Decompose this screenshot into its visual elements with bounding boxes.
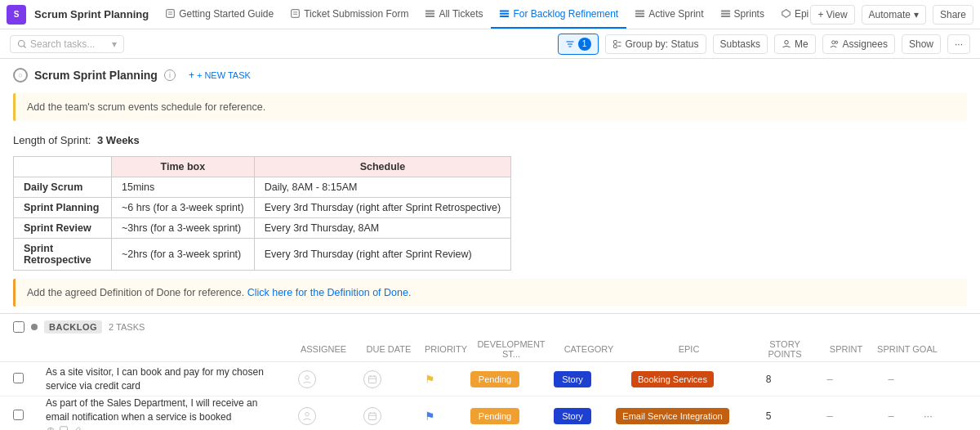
- svg-point-30: [831, 40, 835, 43]
- task-epic[interactable]: Email Service Integration: [609, 408, 736, 424]
- tab-label: Ticket Submission Form: [304, 8, 408, 20]
- row-name: Sprint Planning: [14, 198, 112, 218]
- svg-rect-33: [369, 376, 376, 383]
- column-headers: ASSIGNEE DUE DATE PRIORITY DEVELOPMENT S…: [0, 337, 980, 362]
- schedule-table: Time box Schedule Daily Scrum 15mins Dai…: [13, 156, 511, 271]
- sprint-length-label: Length of Sprint: 3 Weeks: [0, 126, 980, 151]
- backlog-tag: BACKLOG: [44, 320, 102, 334]
- tab-sprints[interactable]: Sprints: [712, 0, 773, 29]
- priority-flag-blue-icon: ⚑: [425, 410, 435, 423]
- group-icon: [612, 39, 622, 49]
- assignees-button[interactable]: Assignees: [822, 34, 895, 54]
- svg-marker-18: [782, 10, 791, 18]
- search-input[interactable]: Search tasks... ▾: [10, 35, 124, 53]
- task-epic[interactable]: Booking Services: [609, 371, 736, 387]
- task-checkbox[interactable]: [13, 410, 24, 420]
- svg-rect-15: [720, 10, 729, 11]
- search-icon: [17, 39, 27, 49]
- filter-count-badge: 1: [578, 38, 591, 51]
- task-checkbox-wrapper: [13, 410, 33, 423]
- svg-point-20: [19, 40, 25, 47]
- svg-rect-6: [425, 10, 434, 11]
- definition-of-done-link[interactable]: Click here for the Definition of Done.: [247, 287, 412, 298]
- col-header-sprintgoal: SPRINT GOAL: [875, 344, 940, 354]
- col-header-category: CATEGORY: [552, 344, 626, 354]
- more-options-button[interactable]: ···: [947, 34, 970, 54]
- tab-icon: [165, 8, 176, 19]
- task-sprint-goal: –: [858, 373, 924, 385]
- row-timebox: 15mins: [112, 177, 255, 198]
- row-timebox: ~2hrs (for a 3-week sprint): [112, 239, 255, 271]
- toolbar: Search tasks... ▾ 1 Group by: Status Sub…: [0, 29, 980, 59]
- tab-ticket-submission[interactable]: Ticket Submission Form: [282, 0, 416, 29]
- show-button[interactable]: Show: [902, 34, 941, 54]
- assignee-icon[interactable]: [298, 370, 316, 388]
- tab-icon: [781, 8, 791, 19]
- task-dev-status[interactable]: Pending: [454, 371, 536, 387]
- svg-rect-9: [500, 10, 509, 11]
- tab-active-sprint[interactable]: Active Sprint: [626, 0, 711, 29]
- svg-line-21: [24, 46, 25, 47]
- row-name: Daily Scrum: [14, 177, 112, 198]
- task-checkbox-wrapper: [13, 373, 33, 386]
- nav-tabs: Getting Started Guide Ticket Submission …: [157, 0, 808, 29]
- edit-icon[interactable]: [72, 426, 82, 430]
- tab-epics[interactable]: Epics: [773, 0, 809, 29]
- filter-button[interactable]: 1: [558, 34, 599, 55]
- task-story-points: 5: [736, 410, 801, 422]
- task-count: 2 TASKS: [109, 322, 145, 332]
- task-row: As a site visitor, I can book and pay fo…: [0, 362, 980, 396]
- category-badge: Story: [554, 408, 591, 424]
- tab-icon: [635, 8, 645, 19]
- chevron-down-icon: ▾: [112, 38, 117, 50]
- chevron-down-icon: ▾: [914, 9, 919, 20]
- subtasks-button[interactable]: Subtasks: [713, 34, 768, 54]
- add-view-button[interactable]: + View: [810, 5, 854, 25]
- toolbar-right: 1 Group by: Status Subtasks Me Assignees…: [558, 34, 971, 55]
- priority-flag-icon: ⚑: [425, 373, 435, 386]
- task-priority: ⚑: [405, 410, 454, 423]
- task-duedate: [340, 370, 405, 388]
- row-schedule: Every 3rd Thursday (right after Sprint R…: [254, 198, 510, 218]
- table-header-schedule: Schedule: [254, 157, 510, 177]
- svg-rect-14: [635, 16, 644, 17]
- task-category[interactable]: Story: [536, 408, 609, 424]
- col-header-priority: PRIORITY: [421, 344, 470, 354]
- tab-for-backlog[interactable]: For Backlog Refinement: [491, 0, 626, 29]
- svg-rect-26: [613, 44, 617, 47]
- svg-point-29: [785, 40, 789, 44]
- backlog-checkbox[interactable]: [13, 321, 24, 333]
- task-duedate: [340, 407, 405, 425]
- me-button[interactable]: Me: [774, 34, 816, 54]
- task-text: As a site visitor, I can book and pay fo…: [46, 365, 274, 393]
- people-icon: [830, 39, 840, 49]
- svg-rect-8: [425, 16, 434, 17]
- task-row: As part of the Sales Department, I will …: [0, 396, 980, 430]
- calendar-icon[interactable]: [363, 407, 381, 425]
- new-task-button[interactable]: + + NEW TASK: [182, 67, 257, 83]
- dev-status-badge: Pending: [470, 371, 519, 387]
- task-more-actions[interactable]: ···: [924, 410, 948, 422]
- share-button[interactable]: Share: [933, 5, 973, 25]
- svg-point-39: [305, 412, 310, 416]
- info-icon[interactable]: i: [164, 69, 176, 81]
- info-box-1: Add the team's scrum events schedule for…: [13, 93, 967, 121]
- col-header-epic: EPIC: [626, 344, 752, 354]
- tab-all-tickets[interactable]: All Tickets: [416, 0, 491, 29]
- group-by-button[interactable]: Group by: Status: [605, 34, 706, 54]
- main-content: ○ Scrum Sprint Planning i + + NEW TASK A…: [0, 59, 980, 430]
- top-navigation: S Scrum Sprint Planning Getting Started …: [0, 0, 980, 29]
- task-dev-status[interactable]: Pending: [454, 408, 536, 424]
- row-name: Sprint Retrospective: [14, 239, 112, 271]
- task-category[interactable]: Story: [536, 371, 609, 387]
- tab-getting-started[interactable]: Getting Started Guide: [157, 0, 282, 29]
- plus-icon: +: [189, 69, 194, 81]
- svg-rect-10: [500, 13, 509, 15]
- assignee-icon[interactable]: [298, 407, 316, 425]
- automate-button[interactable]: Automate ▾: [862, 5, 926, 25]
- task-assignee: [274, 407, 340, 425]
- svg-rect-17: [720, 16, 729, 17]
- row-schedule: Every 3rd Thursday (right after Sprint R…: [254, 239, 510, 271]
- calendar-icon[interactable]: [363, 370, 381, 388]
- task-checkbox[interactable]: [13, 373, 24, 383]
